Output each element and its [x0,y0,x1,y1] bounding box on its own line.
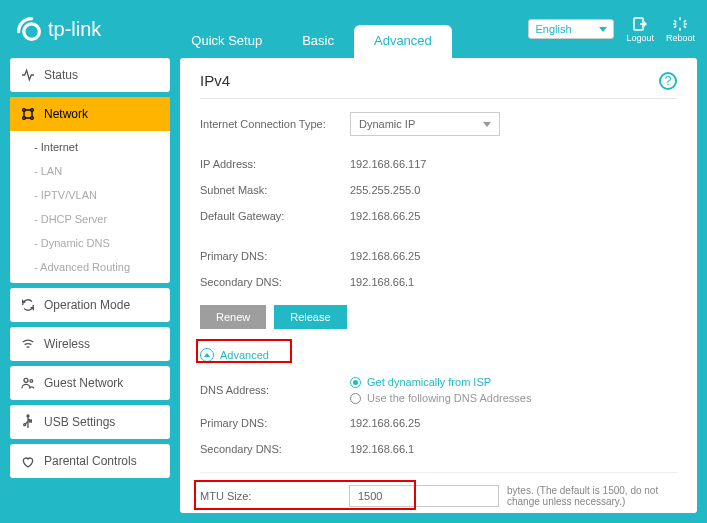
svg-point-3 [31,109,34,112]
dns-opt-dynamic[interactable]: Get dynamically from ISP [350,376,531,388]
brand-logo: tp-link [16,16,101,42]
chevron-up-icon [200,348,214,362]
sidebar-item-network[interactable]: Network [10,97,170,131]
sdns-value: 192.168.66.1 [350,276,414,288]
network-icon [20,106,36,122]
svg-point-5 [31,117,34,120]
logout-button[interactable]: Logout [626,15,654,43]
mask-label: Subnet Mask: [200,184,350,196]
sidebar: Status Network - Internet - LAN - IPTV/V… [10,58,170,513]
pdns-value: 192.168.66.25 [350,250,420,262]
top-bar: tp-link Quick Setup Basic Advanced Engli… [0,0,707,58]
sub-item-ddns[interactable]: - Dynamic DNS [10,231,170,255]
pdns-label: Primary DNS: [200,250,350,262]
chevron-down-icon [483,122,491,127]
ip-label: IP Address: [200,158,350,170]
conn-type-select[interactable]: Dynamic IP [350,112,500,136]
brand-name: tp-link [48,18,101,41]
tab-basic[interactable]: Basic [282,25,354,58]
sdns-label: Secondary DNS: [200,276,350,288]
svg-point-6 [24,378,28,382]
apdns-label: Primary DNS: [200,417,350,429]
opmode-icon [20,297,36,313]
apdns-value: 192.168.66.25 [350,417,420,429]
sidebar-item-status[interactable]: Status [10,58,170,92]
radio-icon [350,393,361,404]
sidebar-item-wireless[interactable]: Wireless [10,327,170,361]
sub-item-routing[interactable]: - Advanced Routing [10,255,170,279]
sub-item-dhcp[interactable]: - DHCP Server [10,207,170,231]
ip-value: 192.168.66.117 [350,158,426,170]
usb-icon [20,414,36,430]
status-icon [20,67,36,83]
renew-button[interactable]: Renew [200,305,266,329]
language-select[interactable]: English [528,19,614,39]
mask-value: 255.255.255.0 [350,184,420,196]
sub-item-internet[interactable]: - Internet [10,135,170,159]
wireless-icon [20,336,36,352]
parental-icon [20,453,36,469]
sidebar-item-opmode[interactable]: Operation Mode [10,288,170,322]
logout-icon [631,15,649,33]
radio-icon [350,377,361,388]
svg-point-8 [27,415,29,417]
sidebar-item-usb[interactable]: USB Settings [10,405,170,439]
asdns-value: 192.168.66.1 [350,443,414,455]
dnsaddr-label: DNS Address: [200,384,350,396]
help-icon[interactable]: ? [659,72,677,90]
release-button[interactable]: Release [274,305,346,329]
gw-value: 192.168.66.25 [350,210,420,222]
mtu-label: MTU Size: [200,490,349,502]
mtu-input[interactable] [349,485,499,507]
main-panel: IPv4 ? Internet Connection Type: Dynamic… [180,58,697,513]
network-submenu: - Internet - LAN - IPTV/VLAN - DHCP Serv… [10,131,170,283]
sidebar-item-parental[interactable]: Parental Controls [10,444,170,478]
svg-point-7 [30,380,33,383]
tab-quick-setup[interactable]: Quick Setup [171,25,282,58]
main-tabs: Quick Setup Basic Advanced [171,0,451,58]
advanced-toggle[interactable]: Advanced [200,346,273,364]
gw-label: Default Gateway: [200,210,350,222]
sub-item-iptv[interactable]: - IPTV/VLAN [10,183,170,207]
tplink-logo-icon [16,16,42,42]
svg-point-2 [23,109,26,112]
reboot-button[interactable]: Reboot [666,15,695,43]
guest-icon [20,375,36,391]
svg-point-10 [24,424,26,426]
mtu-note: bytes. (The default is 1500, do not chan… [507,485,677,507]
sidebar-item-guest[interactable]: Guest Network [10,366,170,400]
svg-point-4 [23,117,26,120]
tab-advanced[interactable]: Advanced [354,25,452,58]
dns-opt-manual[interactable]: Use the following DNS Addresses [350,392,531,404]
svg-point-0 [24,24,40,40]
conn-type-label: Internet Connection Type: [200,118,350,130]
page-title: IPv4 [200,72,230,89]
reboot-icon [671,15,689,33]
asdns-label: Secondary DNS: [200,443,350,455]
sub-item-lan[interactable]: - LAN [10,159,170,183]
